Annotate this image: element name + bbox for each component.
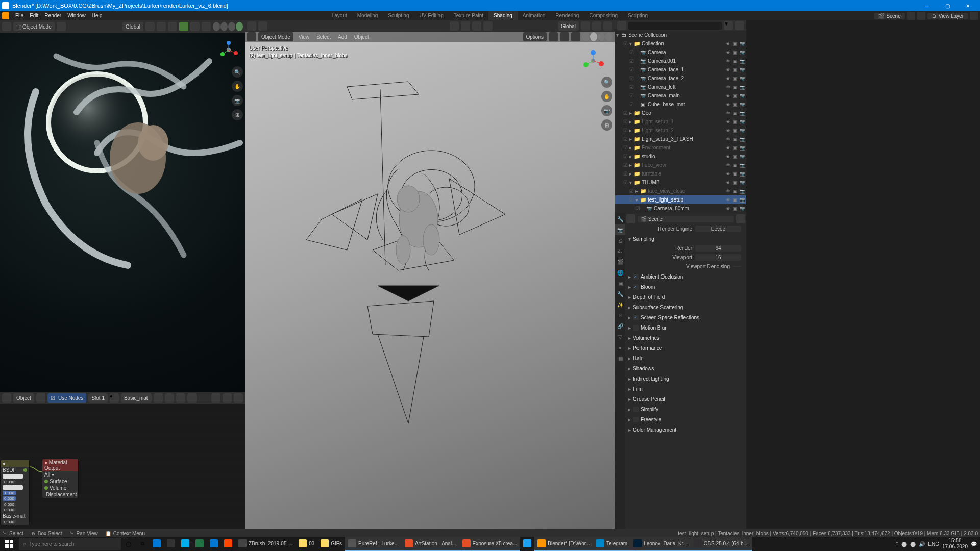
panel-hair[interactable]: ▸Hair bbox=[626, 354, 745, 363]
node-overlay1-icon[interactable] bbox=[211, 393, 220, 403]
tray-lang[interactable]: ENG bbox=[928, 541, 939, 547]
scene-new-button[interactable] bbox=[907, 12, 915, 20]
outliner-item-camera-main[interactable]: ☑📷Camera_main👁▣📷 bbox=[615, 91, 746, 100]
panel-freestyle[interactable]: ▸Freestyle bbox=[626, 415, 745, 424]
panel-shadows[interactable]: ▸Shadows bbox=[626, 364, 745, 373]
zoom-icon[interactable]: 🔍 bbox=[232, 66, 243, 78]
panel-film[interactable]: ▸Film bbox=[626, 384, 745, 393]
proptab-tool[interactable]: 🔧 bbox=[615, 214, 625, 224]
camera-view-icon-c[interactable]: 📷 bbox=[601, 105, 612, 116]
panel-indirect-lighting[interactable]: ▸Indirect Lighting bbox=[626, 374, 745, 383]
node-overlay2-icon[interactable] bbox=[223, 393, 232, 403]
outliner-item-camera-001[interactable]: ☑📷Camera.001👁▣📷 bbox=[615, 57, 746, 65]
center-h4-icon[interactable] bbox=[483, 21, 493, 31]
panel-bloom[interactable]: ▸✓Bloom bbox=[626, 282, 745, 291]
tab-sculpting[interactable]: Sculpting bbox=[383, 11, 414, 20]
node-editor[interactable]: Object ☑Use Nodes Slot 1 ● Basic_mat ● B… bbox=[0, 392, 245, 536]
editor-type-icon[interactable] bbox=[2, 22, 11, 31]
mat-browse-icon[interactable] bbox=[154, 393, 163, 403]
outliner-item-test-light-setup[interactable]: ☑▾📁test_light_setup👁▣📷 bbox=[615, 195, 746, 204]
sub-h2-icon[interactable] bbox=[549, 32, 558, 41]
proptab-material[interactable]: ● bbox=[615, 342, 625, 353]
panel-simplify[interactable]: ▸Simplify bbox=[626, 405, 745, 414]
viewport-denoise-check[interactable] bbox=[733, 266, 741, 267]
node-val-0[interactable]: 0.000 bbox=[3, 480, 16, 484]
viewport-menu-add[interactable]: Add bbox=[335, 32, 350, 41]
outliner-item-environment[interactable]: ☑▸📁Environment👁▣📷 bbox=[615, 143, 746, 152]
outliner-search[interactable] bbox=[628, 22, 722, 30]
tray-chevron-icon[interactable]: ˄ bbox=[896, 541, 898, 547]
viewport-menu-select[interactable]: Select bbox=[313, 32, 334, 41]
taskbar-app[interactable]: GIFs bbox=[317, 537, 345, 551]
outliner-type-icon[interactable] bbox=[617, 21, 626, 30]
proptab-constraint[interactable]: 🔗 bbox=[615, 321, 625, 331]
taskbar-app[interactable]: Blender* [D:\Wor... bbox=[534, 537, 593, 551]
render-engine-field[interactable]: Eevee bbox=[695, 226, 741, 232]
taskview-icon[interactable]: ⧉ bbox=[135, 537, 150, 551]
axis-gizmo-center[interactable] bbox=[581, 48, 605, 73]
node-overlay3-icon[interactable] bbox=[234, 393, 243, 403]
shader-node[interactable]: ● BSDF 0.000 1.000 0.500 0.000 0.000 Bas… bbox=[0, 460, 30, 525]
xray-icon[interactable] bbox=[202, 22, 211, 31]
viewport-menu-object[interactable]: Object bbox=[351, 32, 372, 41]
shading-rendered-icon[interactable] bbox=[179, 22, 188, 31]
taskbar-app[interactable]: Exposure X5 crea... bbox=[459, 537, 521, 551]
node-graph[interactable]: ● BSDF 0.000 1.000 0.500 0.000 0.000 Bas… bbox=[0, 404, 245, 536]
start-button[interactable] bbox=[0, 537, 18, 551]
taskbar-app[interactable]: 03 bbox=[296, 537, 317, 551]
pan-icon[interactable]: ✋ bbox=[232, 81, 243, 92]
tab-modeling[interactable]: Modeling bbox=[352, 11, 383, 20]
overlay-icon[interactable] bbox=[168, 22, 177, 31]
shade-rendered-icon[interactable] bbox=[236, 22, 243, 31]
taskbar-app[interactable] bbox=[150, 537, 164, 551]
node-editor-type-icon[interactable] bbox=[2, 393, 11, 403]
taskbar-app[interactable] bbox=[164, 537, 178, 551]
viewport-rendered[interactable]: ⬚ Object Mode Global bbox=[0, 20, 245, 392]
tab-shading[interactable]: Shading bbox=[488, 11, 518, 20]
shading-icon[interactable] bbox=[57, 22, 66, 31]
panel-volumetrics[interactable]: ▸Volumetrics bbox=[626, 333, 745, 342]
tray-volume-icon[interactable]: 🔊 bbox=[919, 541, 925, 547]
sub-overlay-icon[interactable] bbox=[560, 32, 569, 41]
output-node[interactable]: ● Material Output All ▾ Surface Volume D… bbox=[42, 459, 79, 498]
center-h1-icon[interactable] bbox=[450, 21, 459, 31]
tab-animation[interactable]: Animation bbox=[518, 11, 550, 20]
axis-gizmo-left[interactable] bbox=[218, 40, 239, 60]
tray-app1-icon[interactable]: ⬤ bbox=[901, 541, 907, 547]
outliner-item-turntable[interactable]: ☑▸📁turntable👁▣📷 bbox=[615, 169, 746, 178]
tab-texture-paint[interactable]: Texture Paint bbox=[449, 11, 488, 20]
taskbar-search[interactable]: ○ Type here to search bbox=[19, 538, 121, 550]
outliner-item-face-view[interactable]: ☑▸📁Face_view👁▣📷 bbox=[615, 161, 746, 169]
outliner-item-light-setup-2[interactable]: ☑▸📁Light_setup_2👁▣📷 bbox=[615, 126, 746, 135]
outliner-item-camera-face-2[interactable]: ☑📷Camera_face_2👁▣📷 bbox=[615, 74, 746, 83]
mode-selector-center[interactable]: Object Mode bbox=[258, 32, 293, 41]
viewport-samples-field[interactable]: 16 bbox=[695, 254, 741, 261]
panel-sampling[interactable]: ▾Sampling bbox=[626, 234, 745, 243]
taskbar-app[interactable] bbox=[207, 537, 221, 551]
panel-color-management[interactable]: ▸Color Management bbox=[626, 425, 745, 434]
taskbar-app[interactable]: Leonov_Daria_Kr... bbox=[630, 537, 691, 551]
shade-wire-icon[interactable] bbox=[213, 22, 220, 31]
node-val-1[interactable]: 1.000 bbox=[3, 491, 16, 495]
shade-wire2-icon[interactable] bbox=[582, 32, 590, 41]
taskbar-app[interactable] bbox=[221, 537, 235, 551]
panel-subsurface-scattering[interactable]: ▸Subsurface Scattering bbox=[626, 303, 745, 312]
proptab-output[interactable]: 🖨 bbox=[615, 235, 625, 245]
outliner-item-light-setup-1[interactable]: ☑▸📁Light_setup_1👁▣📷 bbox=[615, 117, 746, 126]
orient-selector-left[interactable]: Global bbox=[122, 22, 143, 31]
menu-render[interactable]: Render bbox=[41, 11, 64, 20]
menu-file[interactable]: File bbox=[12, 11, 27, 20]
outliner-item-camera-face-1[interactable]: ☑📷Camera_face_1👁▣📷 bbox=[615, 65, 746, 74]
center-snap-icon[interactable] bbox=[581, 21, 590, 31]
proptab-physics[interactable]: ⚛ bbox=[615, 310, 625, 320]
center-prop-icon[interactable] bbox=[592, 21, 601, 31]
minimize-button[interactable]: ─ bbox=[917, 0, 937, 11]
tab-compositing[interactable]: Compositing bbox=[584, 11, 623, 20]
shade-solid2-icon[interactable] bbox=[590, 32, 597, 41]
proptab-particle[interactable]: ✨ bbox=[615, 299, 625, 310]
outliner-item-light-setup-3-flash[interactable]: ☑▸📁Light_setup_3_FLASH👁▣📷 bbox=[615, 135, 746, 143]
shade-rend2-icon[interactable] bbox=[605, 32, 612, 41]
outliner-item-geo[interactable]: ☑▸📁Geo👁▣📷 bbox=[615, 109, 746, 117]
taskbar-app[interactable]: OBS 25.0.4 (64-bi... bbox=[691, 537, 752, 551]
mat-unlink-icon[interactable] bbox=[187, 393, 197, 403]
